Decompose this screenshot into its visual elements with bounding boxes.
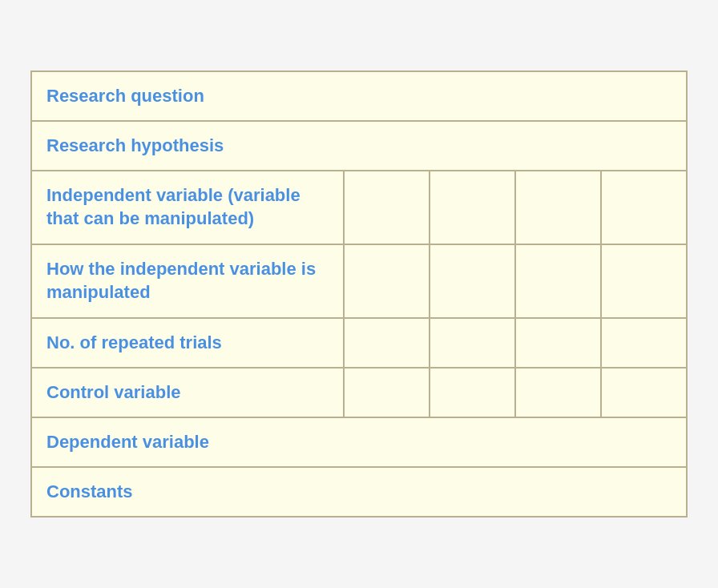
dependent-variable-label: Dependent variable [46,431,209,454]
control-variable-data-1[interactable] [345,369,430,417]
constants-label: Constants [46,481,133,504]
control-variable-row: Control variable [32,369,686,418]
research-question-label: Research question [46,85,204,108]
repeated-trials-data-1[interactable] [345,319,430,367]
how-independent-label-cell: How the independent variable is manipula… [32,245,345,317]
repeated-trials-data-2[interactable] [430,319,516,367]
research-hypothesis-row: Research hypothesis [32,122,686,171]
independent-variable-data-4[interactable] [602,171,686,244]
independent-variable-data-3[interactable] [516,171,602,244]
how-independent-data-1[interactable] [345,245,430,317]
dependent-variable-row: Dependent variable [32,418,686,468]
how-independent-row: How the independent variable is manipula… [32,245,686,319]
how-independent-data-2[interactable] [430,245,516,317]
independent-variable-row: Independent variable (variable that can … [32,171,686,245]
how-independent-label: How the independent variable is manipula… [46,258,329,304]
independent-variable-label: Independent variable (variable that can … [46,184,329,230]
research-question-row: Research question [32,72,686,122]
repeated-trials-data-3[interactable] [516,319,602,367]
research-hypothesis-cell: Research hypothesis [32,122,686,170]
how-independent-data-3[interactable] [516,245,602,317]
constants-cell: Constants [32,468,686,516]
repeated-trials-data-4[interactable] [602,319,686,367]
research-table: Research question Research hypothesis In… [30,70,688,518]
repeated-trials-row: No. of repeated trials [32,319,686,369]
control-variable-label: Control variable [46,381,180,405]
research-question-cell: Research question [32,72,686,120]
constants-row: Constants [32,468,686,516]
control-variable-label-cell: Control variable [32,369,345,417]
control-variable-data-2[interactable] [430,369,516,417]
dependent-variable-cell: Dependent variable [32,418,686,466]
how-independent-data-4[interactable] [602,245,686,317]
control-variable-data-4[interactable] [602,369,686,417]
control-variable-data-3[interactable] [516,369,602,417]
independent-variable-data-2[interactable] [430,171,516,244]
independent-variable-label-cell: Independent variable (variable that can … [32,171,345,244]
repeated-trials-label: No. of repeated trials [46,332,222,355]
independent-variable-data-1[interactable] [345,171,430,244]
repeated-trials-label-cell: No. of repeated trials [32,319,345,367]
research-hypothesis-label: Research hypothesis [46,135,224,158]
